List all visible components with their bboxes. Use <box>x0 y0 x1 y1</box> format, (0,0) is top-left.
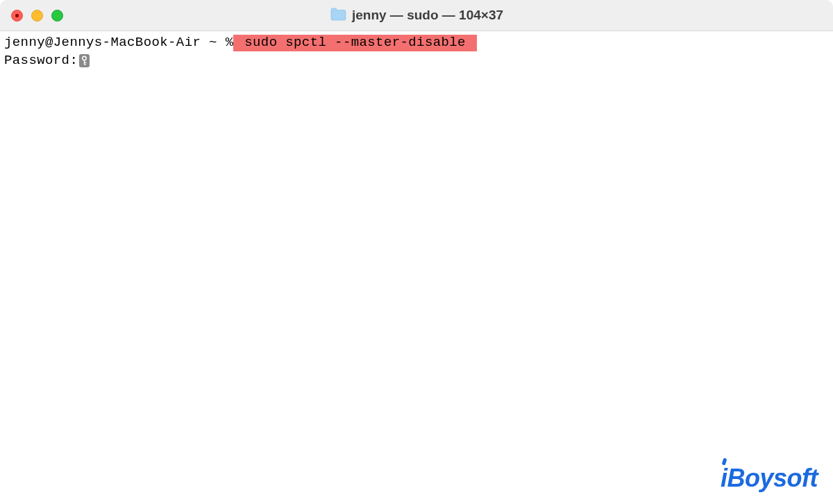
maximize-button[interactable] <box>51 10 63 22</box>
key-icon <box>79 54 90 67</box>
close-button[interactable] <box>11 10 23 22</box>
traffic-lights-group <box>11 10 63 22</box>
command-text: sudo spctl --master-disable <box>233 35 476 51</box>
password-label: Password: <box>4 52 78 70</box>
svg-point-0 <box>83 56 86 60</box>
terminal-body[interactable]: jenny@Jennys-MacBook-Air ~ % sudo spctl … <box>0 31 833 72</box>
minimize-button[interactable] <box>31 10 43 22</box>
watermark-accent-letter: i <box>721 464 727 492</box>
terminal-line-prompt: jenny@Jennys-MacBook-Air ~ % sudo spctl … <box>4 34 829 52</box>
watermark-logo: iBoysoft <box>721 464 818 493</box>
window-title: jenny — sudo — 104×37 <box>352 8 503 23</box>
watermark-text: Boysoft <box>727 464 818 492</box>
title-center: jenny — sudo — 104×37 <box>330 7 503 24</box>
terminal-line-password: Password: <box>4 52 829 70</box>
window-titlebar: jenny — sudo — 104×37 <box>0 0 833 31</box>
folder-icon <box>330 7 346 24</box>
prompt-text: jenny@Jennys-MacBook-Air ~ % <box>4 35 233 50</box>
